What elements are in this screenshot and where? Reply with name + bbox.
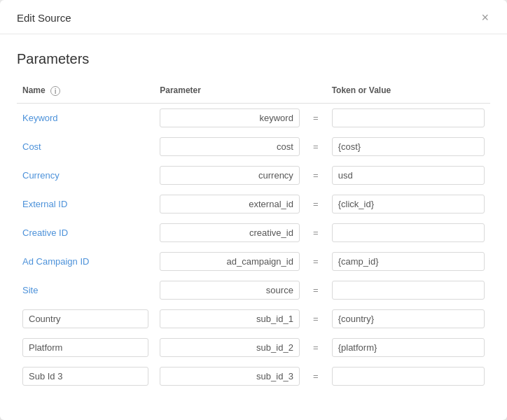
param-cell	[154, 161, 305, 190]
col-header-token: Token or Value	[326, 81, 490, 103]
token-input-country[interactable]	[332, 309, 485, 328]
param-cell	[154, 276, 305, 304]
table-row: =	[17, 362, 490, 391]
table-row: Keyword=	[17, 103, 490, 132]
token-cell	[326, 304, 490, 333]
table-row: =	[17, 333, 490, 362]
name-label-site: Site	[22, 285, 38, 295]
name-input-sub_id_3[interactable]	[22, 367, 148, 386]
name-cell: External ID	[17, 190, 154, 218]
eq-sign: =	[305, 333, 326, 362]
table-row: External ID=	[17, 190, 490, 218]
param-input-external_id[interactable]	[160, 195, 300, 214]
param-input-creative_id[interactable]	[160, 223, 300, 242]
table-row: =	[17, 304, 490, 333]
token-input-keyword[interactable]	[332, 108, 485, 127]
param-input-keyword[interactable]	[160, 108, 300, 127]
modal-title: Edit Source	[17, 12, 71, 24]
col-header-eq	[305, 81, 326, 103]
name-input-country[interactable]	[22, 309, 148, 328]
modal-header: Edit Source ×	[0, 0, 507, 34]
eq-sign: =	[305, 247, 326, 276]
token-cell	[326, 132, 490, 161]
parameters-table: Name i Parameter Token or Value Keyword=…	[17, 81, 490, 391]
token-cell	[326, 190, 490, 218]
name-cell: Currency	[17, 161, 154, 190]
name-cell: Ad Campaign ID	[17, 247, 154, 276]
param-input-site[interactable]	[160, 281, 300, 300]
name-label-ad_campaign_id: Ad Campaign ID	[22, 256, 89, 267]
param-cell	[154, 103, 305, 132]
param-cell	[154, 190, 305, 218]
param-cell	[154, 362, 305, 391]
token-input-ad_campaign_id[interactable]	[332, 252, 485, 271]
param-cell	[154, 247, 305, 276]
param-input-platform[interactable]	[160, 338, 300, 357]
name-input-platform[interactable]	[22, 338, 148, 357]
token-cell	[326, 218, 490, 247]
name-cell: Site	[17, 276, 154, 304]
token-input-external_id[interactable]	[332, 195, 485, 214]
name-label-currency: Currency	[22, 170, 60, 181]
token-input-currency[interactable]	[332, 166, 485, 185]
eq-sign: =	[305, 218, 326, 247]
col-header-name: Name i	[17, 81, 154, 103]
col-header-parameter: Parameter	[154, 81, 305, 103]
name-info-icon[interactable]: i	[50, 86, 60, 96]
eq-sign: =	[305, 190, 326, 218]
token-input-cost[interactable]	[332, 137, 485, 156]
table-row: Currency=	[17, 161, 490, 190]
param-input-cost[interactable]	[160, 137, 300, 156]
eq-sign: =	[305, 304, 326, 333]
modal-body: Parameters Name i Parameter Token or Val…	[0, 34, 507, 405]
token-cell	[326, 103, 490, 132]
token-cell	[326, 276, 490, 304]
token-cell	[326, 161, 490, 190]
param-input-currency[interactable]	[160, 166, 300, 185]
token-input-sub_id_3[interactable]	[332, 367, 485, 386]
param-cell	[154, 333, 305, 362]
token-cell	[326, 333, 490, 362]
eq-sign: =	[305, 132, 326, 161]
token-input-platform[interactable]	[332, 338, 485, 357]
param-cell	[154, 132, 305, 161]
param-input-sub_id_3[interactable]	[160, 367, 300, 386]
name-cell: Creative ID	[17, 218, 154, 247]
name-label-cost: Cost	[22, 141, 41, 152]
eq-sign: =	[305, 362, 326, 391]
name-label-creative_id: Creative ID	[22, 227, 68, 238]
token-cell	[326, 247, 490, 276]
token-input-creative_id[interactable]	[332, 223, 485, 242]
eq-sign: =	[305, 276, 326, 304]
token-input-site[interactable]	[332, 281, 485, 300]
param-input-country[interactable]	[160, 309, 300, 328]
name-cell: Keyword	[17, 103, 154, 132]
param-cell	[154, 304, 305, 333]
name-cell	[17, 333, 154, 362]
close-button[interactable]: ×	[477, 10, 493, 25]
param-input-ad_campaign_id[interactable]	[160, 252, 300, 271]
name-cell	[17, 362, 154, 391]
section-title: Parameters	[17, 51, 490, 67]
edit-source-modal: Edit Source × Parameters Name i Paramete…	[0, 0, 507, 420]
table-row: Ad Campaign ID=	[17, 247, 490, 276]
table-row: Site=	[17, 276, 490, 304]
eq-sign: =	[305, 103, 326, 132]
eq-sign: =	[305, 161, 326, 190]
name-cell	[17, 304, 154, 333]
param-cell	[154, 218, 305, 247]
name-label-keyword: Keyword	[22, 113, 58, 123]
name-cell: Cost	[17, 132, 154, 161]
name-label-external_id: External ID	[22, 199, 67, 209]
table-row: Creative ID=	[17, 218, 490, 247]
token-cell	[326, 362, 490, 391]
table-row: Cost=	[17, 132, 490, 161]
